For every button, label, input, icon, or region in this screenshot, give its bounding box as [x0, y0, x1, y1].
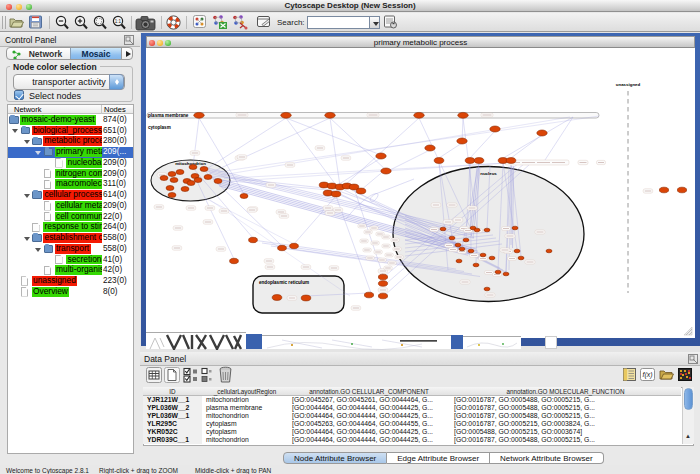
svg-text:1:1: 1:1 [115, 19, 122, 24]
svg-text:unassigned: unassigned [616, 82, 641, 87]
svg-text:plasma membrane: plasma membrane [148, 113, 189, 118]
svg-text:nucleus: nucleus [480, 171, 497, 176]
svg-text:cytoplasm: cytoplasm [148, 125, 171, 130]
svg-text:f(x): f(x) [642, 371, 652, 379]
svg-text:endoplasmic reticulum: endoplasmic reticulum [259, 280, 309, 285]
